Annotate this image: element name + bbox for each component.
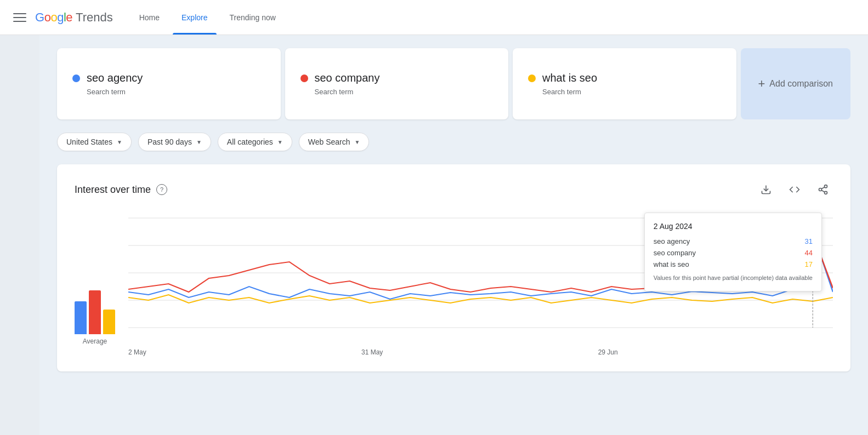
nav-explore[interactable]: Explore [173,0,216,35]
chevron-down-icon: ▼ [355,139,360,145]
card-subtitle-1: Search term [87,88,265,96]
trends-label: Trends [76,10,113,25]
card-header-3: what is seo [528,72,721,84]
main-layout: seo agency Search term seo company Searc… [0,35,868,435]
help-icon[interactable]: ? [156,184,167,195]
menu-icon[interactable] [13,11,26,24]
svg-line-5 [821,187,825,188]
embed-button[interactable] [785,180,804,199]
card-header-1: seo agency [72,72,265,84]
avg-bar-red [89,290,101,334]
chart-average: Average [75,213,115,356]
chart-section: Interest over time ? [57,164,850,371]
add-comparison-button[interactable]: + Add comparison [741,48,850,119]
chevron-down-icon: ▼ [117,139,122,145]
tooltip-term-3: what is seo [654,260,797,268]
tooltip-row-2: seo company 44 [654,249,813,257]
nav-trending[interactable]: Trending now [221,0,285,35]
add-comparison-label: Add comparison [769,79,833,89]
chevron-down-icon: ▼ [277,139,283,145]
card-title-2: seo company [315,72,380,84]
filter-time-label: Past 90 days [147,138,192,146]
avg-bar-blue [75,301,87,334]
search-card-seo-agency[interactable]: seo agency Search term [57,48,281,119]
google-logo: Google [35,10,72,25]
filter-categories[interactable]: All categories ▼ [218,133,292,151]
tooltip-val-3: 17 [797,260,813,268]
download-button[interactable] [756,180,776,199]
card-title-3: what is seo [542,72,597,84]
card-title-1: seo agency [87,72,143,84]
tooltip-term-2: seo company [654,249,797,257]
card-header-2: seo company [300,72,493,84]
filter-categories-label: All categories [227,138,273,146]
filter-row: United States ▼ Past 90 days ▼ All categ… [57,133,850,151]
filter-location[interactable]: United States ▼ [57,133,132,151]
svg-point-2 [819,188,822,191]
plus-icon: + [758,77,765,91]
tooltip-row-1: seo agency 31 [654,237,813,245]
card-dot-3 [528,75,536,82]
main-nav: Home Explore Trending now [131,0,285,35]
card-dot-1 [72,75,80,82]
svg-line-4 [821,190,825,192]
svg-point-1 [825,185,827,188]
card-dot-2 [300,75,308,82]
card-subtitle-3: Search term [542,88,721,96]
avg-label: Average [83,337,107,345]
card-subtitle-2: Search term [315,88,493,96]
tooltip-val-2: 44 [797,249,813,257]
filter-time-range[interactable]: Past 90 days ▼ [138,133,211,151]
chart-tooltip: 2 Aug 2024 seo agency 31 seo company 44 … [644,213,822,291]
x-label-jun29: 29 Jun [598,348,618,356]
search-card-seo-company[interactable]: seo company Search term [285,48,509,119]
tooltip-term-1: seo agency [654,237,797,245]
x-label-may31: 31 May [361,348,383,356]
chart-main: 100 75 50 25 [128,213,833,356]
filter-location-label: United States [66,138,112,146]
svg-point-3 [825,191,827,194]
avg-bar-yellow [103,310,115,334]
header: Google Trends Home Explore Trending now [0,0,868,35]
sidebar [0,35,39,435]
filter-search-type[interactable]: Web Search ▼ [299,133,370,151]
share-button[interactable] [813,180,833,199]
chevron-down-icon: ▼ [196,139,202,145]
tooltip-date: 2 Aug 2024 [654,222,813,231]
logo: Google Trends [35,10,113,25]
chart-area: Average 100 75 [75,213,833,356]
chart-header: Interest over time ? [75,180,833,199]
filter-search-type-label: Web Search [308,138,350,146]
avg-bars [75,290,115,334]
search-card-what-is-seo[interactable]: what is seo Search term [513,48,736,119]
tooltip-val-1: 31 [797,237,813,245]
tooltip-note: Values for this point have partial (inco… [654,274,813,282]
chart-title: Interest over time [75,184,151,196]
search-cards-row: seo agency Search term seo company Searc… [57,48,850,119]
tooltip-row-3: what is seo 17 [654,260,813,268]
chart-actions [756,180,833,199]
nav-home[interactable]: Home [131,0,168,35]
x-label-may2: 2 May [128,348,146,356]
content-area: seo agency Search term seo company Searc… [39,35,868,435]
chart-title-area: Interest over time ? [75,184,167,196]
